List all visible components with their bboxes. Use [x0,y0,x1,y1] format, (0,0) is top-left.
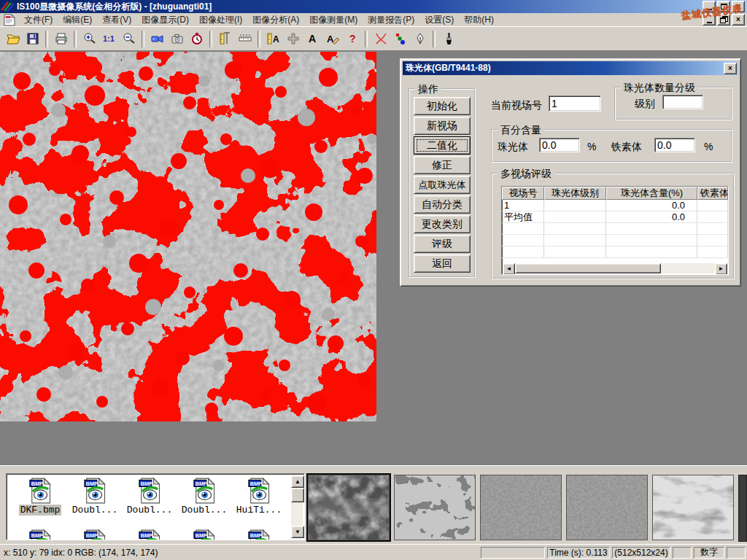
minimize-button[interactable] [703,1,716,12]
font-button[interactable]: A [322,29,342,49]
caliper-measure-button[interactable] [215,29,235,49]
pearlite-dialog: 珠光体(GB/T9441-88) × 操作 初始化 新视场 二值化 修正 点取珠… [400,58,741,287]
multi-field-table[interactable]: 视场号 珠光体级别 珠光体含量(%) 铁素体含量(%) 1 0.0 平均值 [501,186,729,275]
micrograph-image[interactable] [0,52,376,421]
ferrite-percent-input[interactable] [654,138,695,152]
thumbnail-3[interactable] [480,475,562,540]
file-list-scrollbar[interactable]: ▲ ▼ [291,475,303,538]
menu-file[interactable]: 文件(F) [19,13,58,27]
brush-tool-button[interactable] [438,29,458,49]
scroll-right-button[interactable]: ► [715,263,727,275]
file-item[interactable] [14,529,66,540]
menu-help[interactable]: 帮助(H) [459,13,499,27]
table-row[interactable]: 平均值 0.0 [502,211,728,223]
pick-pearlite-button[interactable]: 点取珠光体 [414,176,471,194]
percent-sign: % [587,141,596,152]
app-icon[interactable] [0,1,15,12]
file-item[interactable] [233,529,285,540]
dialog-close-button[interactable]: × [724,63,737,74]
calibrate-button[interactable]: A [263,29,283,49]
save-button[interactable] [23,29,42,49]
file-item[interactable]: HuiTi... [233,478,285,516]
menu-image-analysis[interactable]: 图像分析(A) [247,13,304,27]
file-name[interactable]: HuiTi... [235,505,283,516]
col-field-number[interactable]: 视场号 [502,187,544,200]
operations-group-label: 操作 [415,83,441,96]
col-pearlite-level[interactable]: 珠光体级别 [544,187,606,200]
file-item[interactable]: Doubl... [178,478,231,516]
return-button[interactable]: 返回 [414,254,471,273]
pearlite-percent-input[interactable] [539,138,580,152]
document-icon[interactable] [2,14,17,26]
current-field-input[interactable] [549,96,601,112]
auto-classify-button[interactable]: 自动分类 [414,195,471,214]
operations-group: 操作 初始化 新视场 二值化 修正 点取珠光体 自动分类 更改类别 评级 返回 [409,88,476,278]
file-item[interactable] [178,529,231,540]
close-icon: × [736,16,740,23]
maximize-button[interactable] [717,1,730,12]
toolbar-separator [74,31,77,47]
correct-button[interactable]: 修正 [414,156,471,174]
table-horizontal-scrollbar[interactable]: ◄ ► [503,263,727,273]
thumbnail-4[interactable] [566,475,648,540]
move-button[interactable] [283,29,303,49]
menu-edit[interactable]: 编辑(E) [58,13,97,27]
open-button[interactable] [3,29,23,49]
menu-settings[interactable]: 设置(S) [419,13,459,27]
change-class-button[interactable]: 更改类别 [414,215,471,233]
mdi-restore-button[interactable] [717,14,730,26]
scrollbar-thumb[interactable] [515,263,661,273]
print-button[interactable] [51,29,71,49]
file-item[interactable] [123,529,176,540]
scroll-left-button[interactable]: ◄ [503,263,515,275]
actual-size-button[interactable]: 1:1 [99,29,119,49]
col-pearlite-content[interactable]: 珠光体含量(%) [606,187,697,200]
mdi-minimize-button[interactable] [703,14,716,26]
thumbnail-2[interactable] [394,475,476,540]
menu-image-measure[interactable]: 图像测量(M) [304,13,363,27]
cursor-position-readout: x: 510 y: 79 idx: 0 RGB: (174, 174, 174) [4,548,158,558]
menu-measure-report[interactable]: 测量报告(P) [363,13,419,27]
svg-text:A: A [273,34,279,44]
menu-image-display[interactable]: 图像显示(D) [136,13,194,27]
file-browser[interactable]: BMP DKF.bmp Doubl... Doubl... [6,473,305,540]
file-name[interactable]: Doubl... [125,505,174,516]
bmp-file-icon [248,529,270,540]
menu-view[interactable]: 查看(V) [97,13,136,27]
table-row[interactable]: 1 0.0 [502,200,728,211]
photo-capture-button[interactable] [167,29,187,49]
help-button[interactable]: ? [342,29,362,49]
col-ferrite-content[interactable]: 铁素体含量(%) [697,187,728,200]
initialize-button[interactable]: 初始化 [414,97,471,115]
video-capture-button[interactable] [147,29,167,49]
scroll-up-button[interactable]: ▲ [291,475,304,488]
grade-button[interactable]: 评级 [414,235,471,253]
binarize-button[interactable]: 二值化 [414,136,471,155]
scrollbar-thumb[interactable] [291,488,304,502]
file-item[interactable] [69,529,121,540]
file-name[interactable]: DKF.bmp [19,505,62,516]
text-annotation-button[interactable]: A [303,29,322,49]
ruler-measure-button[interactable] [235,29,255,49]
level-input[interactable] [662,95,703,109]
file-item[interactable]: DKF.bmp [14,478,66,516]
pen-tool-button[interactable] [410,29,430,49]
mdi-close-button[interactable]: × [732,14,745,26]
thumbnail-1[interactable] [308,475,390,540]
curve-tool-button[interactable] [371,29,390,49]
new-field-button[interactable]: 新视场 [414,117,471,135]
file-name[interactable]: Doubl... [71,505,119,516]
file-name[interactable]: Doubl... [180,505,228,516]
close-button[interactable]: × [732,1,745,12]
scroll-down-button[interactable]: ▼ [291,526,304,538]
file-item[interactable]: Doubl... [123,478,176,516]
file-item[interactable]: Doubl... [69,478,121,516]
zoom-out-button[interactable] [119,29,139,49]
thumbnail-partial[interactable] [738,475,747,542]
timer-button[interactable] [187,29,206,49]
zoom-in-button[interactable] [80,29,99,49]
menu-image-processing[interactable]: 图像处理(I) [194,13,247,27]
thumbnail-5[interactable] [652,475,734,540]
camera-icon [170,31,185,46]
rgb-points-button[interactable] [390,29,410,49]
